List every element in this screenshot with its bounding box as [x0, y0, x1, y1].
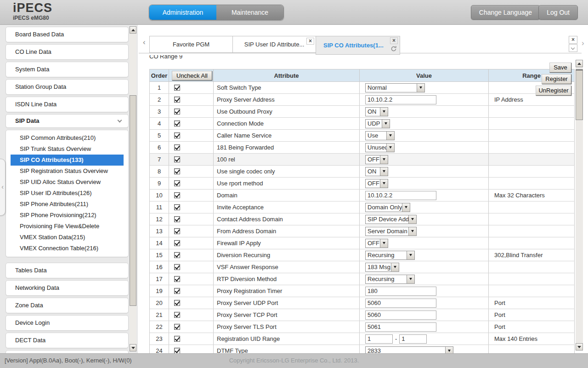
sidebar-item-sip-data[interactable]: SIP Data: [6, 114, 129, 128]
workspace-tab[interactable]: SIP User ID Attribute...×: [232, 36, 316, 53]
value-input[interactable]: [365, 310, 436, 320]
uncheck-all-button[interactable]: Uncheck All: [172, 71, 212, 80]
row-checkbox[interactable]: [174, 348, 180, 353]
value-select[interactable]: Recursing: [365, 251, 415, 260]
row-checkbox[interactable]: [174, 97, 180, 103]
value-select[interactable]: Server Domain: [365, 227, 417, 236]
row-checkbox[interactable]: [174, 132, 180, 138]
value-select[interactable]: ON: [365, 107, 388, 116]
sidebar-collapse-handle[interactable]: ‹: [0, 159, 6, 216]
row-checkbox[interactable]: [174, 324, 180, 330]
value-select[interactable]: UDP: [365, 119, 390, 128]
value-select[interactable]: 183 Msg.: [365, 263, 399, 272]
row-checkbox[interactable]: [174, 168, 180, 174]
value-input[interactable]: [365, 299, 436, 308]
workspace-tab[interactable]: Favorite PGM: [149, 36, 233, 53]
sidebar-subitem[interactable]: Provisioning File View&Delete: [6, 221, 128, 232]
row-checkbox[interactable]: [174, 156, 180, 162]
scroll-up-button[interactable]: [576, 60, 583, 67]
row-checkbox[interactable]: [174, 192, 180, 198]
sidebar-subitem[interactable]: SIP Phone Provisioning(212): [6, 210, 128, 221]
sidebar-item[interactable]: Networking Data: [6, 280, 129, 296]
scroll-down-button[interactable]: [576, 343, 583, 351]
tabs-next-arrow[interactable]: ›: [582, 39, 584, 48]
sidebar-subitem[interactable]: SIP CO Attributes(133): [11, 155, 124, 166]
row-checkbox[interactable]: [174, 204, 180, 210]
value-select[interactable]: Normal: [365, 83, 425, 92]
sidebar-item[interactable]: ISDN Line Data: [6, 97, 129, 112]
value-select[interactable]: Use: [365, 131, 395, 140]
row-checkbox[interactable]: [174, 216, 180, 222]
row-checkbox[interactable]: [174, 276, 180, 282]
scroll-track[interactable]: [576, 67, 583, 343]
register-button[interactable]: Register: [542, 74, 571, 84]
sidebar-item[interactable]: Device Login: [6, 315, 129, 331]
change-language-button[interactable]: Change Language: [471, 5, 540, 20]
value-input[interactable]: [365, 287, 436, 296]
value-select[interactable]: Unused: [365, 143, 395, 152]
sidebar-item[interactable]: Board Based Data: [6, 27, 129, 42]
row-checkbox[interactable]: [174, 252, 180, 258]
row-checkbox[interactable]: [174, 144, 180, 150]
row-checkbox[interactable]: [174, 121, 180, 126]
value-select[interactable]: OFF: [365, 155, 388, 164]
sidebar-item[interactable]: Zone Data: [6, 298, 129, 313]
row-checkbox[interactable]: [174, 228, 180, 234]
value-input[interactable]: [365, 95, 436, 104]
value-select[interactable]: OFF: [365, 239, 388, 248]
sidebar-subitem[interactable]: VMEX Connection Table(216): [6, 243, 128, 254]
sidebar-subitem[interactable]: SIP Phone Attributes(211): [6, 199, 128, 210]
tab-maintenance[interactable]: Maintenance: [216, 5, 283, 20]
logout-button[interactable]: Log Out: [538, 5, 578, 20]
row-checkbox[interactable]: [174, 264, 180, 270]
sidebar-item[interactable]: CO Line Data: [6, 44, 129, 60]
scroll-thumb[interactable]: [130, 95, 136, 306]
sidebar-item[interactable]: Tables Data: [6, 263, 129, 278]
value-input[interactable]: [399, 334, 427, 344]
save-button[interactable]: Save: [549, 63, 571, 73]
refresh-icon[interactable]: [390, 46, 397, 52]
sidebar-scrollbar[interactable]: [130, 26, 136, 352]
tab-administration[interactable]: Administration: [149, 5, 216, 20]
workspace-tab[interactable]: SIP CO Attributes(1...×: [316, 36, 400, 55]
scroll-down-button[interactable]: [130, 344, 136, 351]
value-input[interactable]: [365, 322, 436, 332]
close-icon[interactable]: ×: [306, 38, 314, 45]
sidebar-subitem[interactable]: SIP UID Alloc Status Overview: [6, 177, 128, 188]
row-attribute: From Address Domain: [214, 225, 360, 237]
value-input[interactable]: [365, 191, 436, 200]
row-checkbox[interactable]: [174, 312, 180, 318]
row-checkbox[interactable]: [174, 240, 180, 246]
scroll-track[interactable]: [130, 34, 136, 344]
main-scrollbar[interactable]: [576, 60, 583, 351]
sidebar-item[interactable]: System Data: [6, 62, 129, 77]
row-checkbox[interactable]: [174, 288, 180, 294]
value-select[interactable]: 2833: [365, 346, 453, 354]
sidebar-subitem[interactable]: VMEX Station Data(215): [6, 232, 128, 243]
sidebar-subitem[interactable]: SIP Registration Status Overview: [6, 166, 128, 177]
row-checkbox[interactable]: [174, 336, 180, 342]
sidebar-item[interactable]: DECT Data: [6, 333, 129, 348]
unregister-button[interactable]: UnRegister: [536, 86, 571, 96]
sidebar-subitem[interactable]: SIP Common Attributes(210): [6, 132, 128, 144]
tabs-prev-arrow[interactable]: ‹: [143, 38, 146, 47]
tab-list-button[interactable]: [569, 44, 577, 52]
scroll-thumb[interactable]: [576, 69, 583, 120]
scroll-up-button[interactable]: [130, 26, 136, 34]
value-select[interactable]: ON: [365, 167, 388, 176]
value-select[interactable]: Recursing: [365, 275, 415, 284]
close-icon[interactable]: ×: [390, 37, 398, 44]
row-checkbox[interactable]: [174, 85, 180, 91]
row-checkbox[interactable]: [174, 109, 180, 115]
value-select[interactable]: Domain Only: [365, 203, 410, 212]
sidebar-subitem[interactable]: SIP Trunk Status Overview: [6, 144, 128, 155]
value-input[interactable]: [365, 334, 393, 344]
value-select[interactable]: OFF: [365, 179, 388, 188]
sidebar-item[interactable]: Station Group Data: [6, 79, 129, 95]
row-checkbox[interactable]: [174, 300, 180, 306]
close-all-tabs-button[interactable]: ×: [569, 36, 577, 44]
sidebar-subitem[interactable]: SIP User ID Attributes(126): [6, 188, 128, 199]
sidebar-item-partial[interactable]: [6, 350, 129, 353]
value-select[interactable]: SIP Device Addr: [365, 215, 417, 224]
row-checkbox[interactable]: [174, 180, 180, 186]
